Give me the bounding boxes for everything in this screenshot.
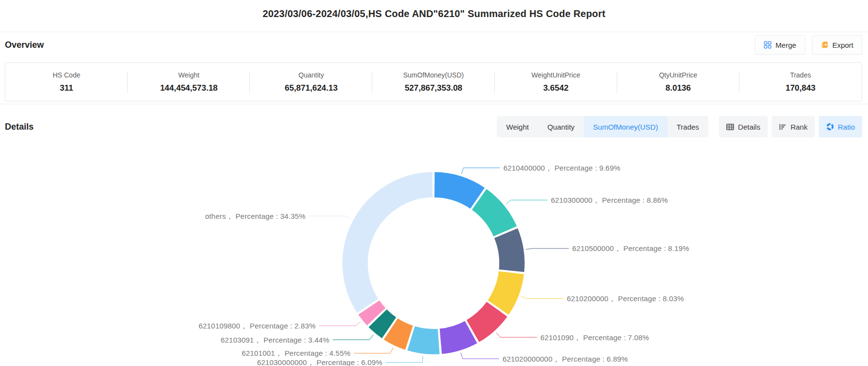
- label-leader-line: [521, 296, 564, 299]
- label-leader-line: [309, 216, 351, 219]
- label-leader-line: [526, 249, 569, 250]
- slice-label-6210200000: 6210200000， Percentage : 8.03%: [567, 294, 684, 303]
- label-leader-line: [354, 347, 394, 353]
- slice-label-62101001: 62101001， Percentage : 4.55%: [242, 349, 350, 357]
- slice-label-621030000000: 621030000000， Percentage : 6.09%: [257, 358, 382, 366]
- slice-label-6210500000: 6210500000， Percentage : 8.19%: [572, 244, 689, 252]
- label-leader-line: [319, 322, 360, 326]
- label-leader-line: [461, 353, 499, 359]
- slice-label-6210109800: 6210109800， Percentage : 2.83%: [199, 322, 316, 330]
- slice-label-others: others， Percentage : 34.35%: [205, 212, 305, 220]
- report-page: 2023/03/06-2024/03/05,HS Code AND"6210" …: [0, 0, 868, 366]
- slice-label-62101090: 62101090， Percentage : 7.08%: [540, 333, 649, 342]
- pie-slice-others[interactable]: [342, 172, 433, 313]
- slice-label-621020000000: 621020000000， Percentage : 6.89%: [503, 355, 628, 363]
- label-leader-line: [386, 356, 423, 363]
- label-leader-line: [496, 333, 537, 338]
- slice-label-6210400000: 6210400000， Percentage : 9.69%: [503, 164, 620, 172]
- slice-label-62103091: 62103091， Percentage : 3.44%: [221, 336, 329, 344]
- label-leader-line: [506, 200, 547, 204]
- slice-label-6210300000: 6210300000， Percentage : 8.86%: [551, 196, 668, 204]
- label-leader-line: [462, 168, 500, 173]
- label-leader-line: [333, 335, 373, 340]
- donut-chart: 6210400000， Percentage : 9.69%6210300000…: [0, 0, 868, 366]
